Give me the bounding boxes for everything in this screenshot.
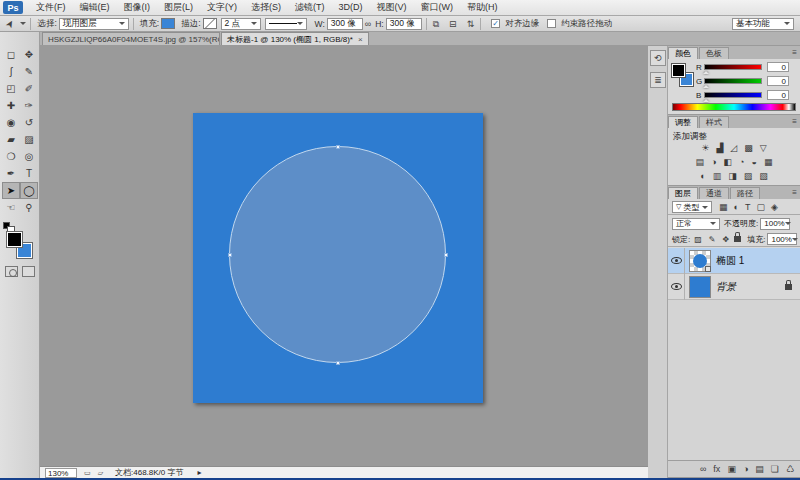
menu-edit[interactable]: 编辑(E) bbox=[73, 0, 117, 15]
delete-layer-icon[interactable]: ♺ bbox=[786, 463, 794, 475]
slider-marker[interactable] bbox=[703, 96, 709, 102]
layer-mask-icon[interactable]: ▣ bbox=[727, 463, 736, 475]
mini-flyout-icon[interactable]: ▱ bbox=[98, 467, 103, 479]
lock-pixels-icon[interactable]: ✎ bbox=[709, 235, 716, 244]
new-group-icon[interactable]: ▤ bbox=[755, 463, 764, 475]
slider-marker[interactable] bbox=[703, 68, 709, 74]
levels-icon[interactable]: ▟ bbox=[716, 143, 723, 153]
link-layers-icon[interactable]: ∞ bbox=[700, 463, 706, 475]
path-anchor-right[interactable] bbox=[444, 253, 448, 257]
visibility-toggle[interactable] bbox=[668, 248, 685, 274]
layer-row-ellipse[interactable]: 椭圆 1 bbox=[668, 248, 800, 274]
default-colors-icon[interactable] bbox=[3, 222, 10, 229]
layer-thumbnail[interactable] bbox=[689, 276, 711, 298]
blur-tool[interactable]: ❍ bbox=[2, 148, 20, 165]
eraser-tool[interactable]: ▰ bbox=[2, 131, 20, 148]
properties-panel-icon[interactable]: ≣ bbox=[650, 72, 666, 88]
link-dimensions-icon[interactable]: ∞ bbox=[365, 18, 371, 30]
combine-shapes-icon[interactable]: ⧉ bbox=[433, 18, 439, 30]
lock-all-icon[interactable] bbox=[734, 236, 741, 242]
green-slider[interactable] bbox=[704, 78, 762, 84]
panel-menu-icon[interactable]: ≡ bbox=[792, 47, 797, 59]
tool-preset-arrow-icon[interactable] bbox=[20, 22, 26, 28]
layer-filter-dropdown[interactable]: ▽ 类型 bbox=[672, 201, 712, 213]
layer-thumbnail[interactable] bbox=[689, 250, 711, 272]
menu-3d[interactable]: 3D(D) bbox=[332, 0, 370, 15]
tab-styles[interactable]: 样式 bbox=[699, 116, 729, 128]
quick-mask-button[interactable] bbox=[5, 266, 18, 277]
tab-swatches[interactable]: 色板 bbox=[699, 47, 729, 59]
filter-type-layers-icon[interactable]: T bbox=[745, 201, 751, 213]
workspace-switcher[interactable]: 基本功能 bbox=[732, 18, 794, 30]
curves-icon[interactable]: ◿ bbox=[730, 143, 737, 153]
constrain-path-checkbox[interactable] bbox=[547, 19, 556, 28]
tab-layers[interactable]: 图层 bbox=[668, 187, 698, 199]
layer-name[interactable]: 椭圆 1 bbox=[716, 254, 744, 268]
menu-help[interactable]: 帮助(H) bbox=[460, 0, 505, 15]
tab-adjustments[interactable]: 调整 bbox=[668, 116, 698, 128]
path-anchor-left[interactable] bbox=[228, 253, 232, 257]
blend-mode-dropdown[interactable]: 正常 bbox=[672, 218, 720, 230]
align-edges-checkbox[interactable]: ✓ bbox=[491, 19, 500, 28]
menu-select[interactable]: 选择(S) bbox=[244, 0, 288, 15]
mini-doc-icon[interactable]: ▭ bbox=[84, 467, 91, 479]
status-flyout-arrow-icon[interactable]: ▸ bbox=[198, 468, 202, 477]
ellipse-tool[interactable]: ◯ bbox=[20, 182, 38, 199]
screen-mode-button[interactable] bbox=[22, 266, 35, 277]
visibility-toggle[interactable] bbox=[668, 274, 685, 300]
tab-color[interactable]: 颜色 bbox=[668, 47, 698, 59]
hue-saturation-icon[interactable]: ▤ bbox=[696, 157, 705, 167]
panel-menu-icon[interactable]: ≡ bbox=[792, 116, 797, 128]
posterize-icon[interactable]: ▥ bbox=[713, 171, 722, 181]
stroke-style-dropdown[interactable] bbox=[265, 18, 307, 30]
gradient-tool[interactable]: ▨ bbox=[20, 131, 38, 148]
new-layer-icon[interactable]: ❏ bbox=[771, 463, 779, 475]
zoom-tool[interactable]: ⚲ bbox=[20, 199, 38, 216]
panel-menu-icon[interactable]: ≡ bbox=[792, 187, 797, 199]
layer-name[interactable]: 背景 bbox=[716, 280, 736, 294]
path-selection-tool[interactable]: ➤ bbox=[2, 182, 20, 199]
crop-tool[interactable]: ◰ bbox=[2, 80, 20, 97]
gradient-map-icon[interactable]: ▨ bbox=[744, 171, 753, 181]
type-tool[interactable]: T bbox=[20, 165, 38, 182]
slider-marker[interactable] bbox=[703, 82, 709, 88]
rectangular-marquee-tool[interactable]: ◻ bbox=[2, 46, 20, 63]
menu-file[interactable]: 文件(F) bbox=[29, 0, 73, 15]
ellipse-shape-layer[interactable] bbox=[229, 146, 446, 363]
select-mode-dropdown[interactable]: 现用图层 bbox=[59, 18, 129, 30]
channel-mixer-icon[interactable]: ◒ bbox=[751, 157, 756, 167]
dodge-tool[interactable]: ◎ bbox=[20, 148, 38, 165]
stroke-swatch[interactable] bbox=[203, 18, 217, 29]
color-lookup-icon[interactable]: ▦ bbox=[764, 157, 773, 167]
red-slider[interactable] bbox=[704, 64, 762, 70]
quick-selection-tool[interactable]: ✎ bbox=[20, 63, 38, 80]
filter-smart-objects-icon[interactable]: ◈ bbox=[771, 201, 778, 213]
clone-stamp-tool[interactable]: ◉ bbox=[2, 114, 20, 131]
shape-height-field[interactable]: 300 像 bbox=[386, 18, 422, 30]
new-adjustment-layer-icon[interactable]: ◑ bbox=[743, 463, 748, 475]
green-value-field[interactable]: 0 bbox=[767, 76, 789, 86]
hand-tool[interactable]: ☜ bbox=[2, 199, 20, 216]
lasso-tool[interactable]: ʃ bbox=[2, 63, 20, 80]
threshold-icon[interactable]: ◨ bbox=[728, 171, 737, 181]
tab-paths[interactable]: 路径 bbox=[730, 187, 760, 199]
stroke-width-dropdown[interactable]: 2 点 bbox=[221, 18, 261, 30]
filter-pixel-layers-icon[interactable]: ▦ bbox=[719, 201, 728, 213]
move-tool[interactable]: ✥ bbox=[20, 46, 38, 63]
layer-style-icon[interactable]: fx bbox=[713, 463, 720, 475]
brush-tool[interactable]: ✑ bbox=[20, 97, 38, 114]
close-icon[interactable]: × bbox=[358, 35, 363, 44]
document-tab-untitled[interactable]: 未标题-1 @ 130% (椭圆 1, RGB/8)* × bbox=[221, 32, 369, 45]
photo-filter-icon[interactable]: ◔ bbox=[739, 157, 744, 167]
color-balance-icon[interactable]: ◑ bbox=[711, 157, 716, 167]
tab-channels[interactable]: 通道 bbox=[699, 187, 729, 199]
foreground-color-swatch[interactable] bbox=[7, 232, 22, 247]
fill-swatch[interactable] bbox=[161, 18, 175, 29]
lock-position-icon[interactable]: ✥ bbox=[723, 235, 730, 244]
lock-transparency-icon[interactable]: ▨ bbox=[694, 235, 702, 244]
menu-window[interactable]: 窗口(W) bbox=[414, 0, 461, 15]
filter-adjustment-layers-icon[interactable]: ◐ bbox=[734, 201, 739, 213]
shape-width-field[interactable]: 300 像 bbox=[327, 18, 363, 30]
path-anchor-bottom[interactable] bbox=[336, 361, 340, 365]
menu-type[interactable]: 文字(Y) bbox=[200, 0, 244, 15]
